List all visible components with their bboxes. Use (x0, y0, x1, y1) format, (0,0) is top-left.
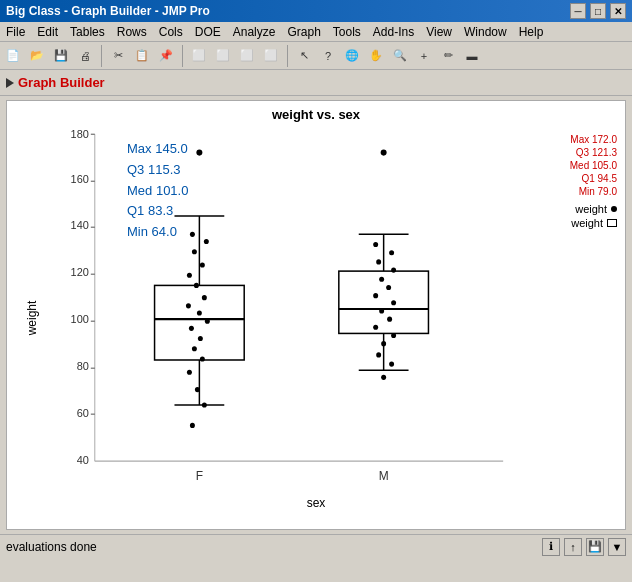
legend-min: Min 79.0 (579, 186, 617, 197)
svg-point-63 (381, 341, 386, 346)
svg-point-42 (202, 402, 207, 407)
title-text: Big Class - Graph Builder - JMP Pro (6, 4, 210, 18)
legend-dot-row: weight (570, 203, 617, 215)
toolbar-open[interactable]: 📂 (26, 45, 48, 67)
svg-point-59 (379, 308, 384, 313)
toolbar-more[interactable]: ▬ (461, 45, 483, 67)
menu-view[interactable]: View (420, 24, 458, 40)
toolbar-sep-2 (182, 45, 183, 67)
svg-point-43 (190, 423, 195, 428)
status-menu-button[interactable]: ▼ (608, 538, 626, 556)
toolbar-hand[interactable]: ✋ (365, 45, 387, 67)
svg-text:100: 100 (71, 313, 89, 325)
svg-text:60: 60 (77, 407, 89, 419)
menu-bar: File Edit Tables Rows Cols DOE Analyze G… (0, 22, 632, 42)
panel-title: Graph Builder (18, 75, 105, 90)
toolbar: 📄 📂 💾 🖨 ✂ 📋 📌 ⬜ ⬜ ⬜ ⬜ ↖ ? 🌐 ✋ 🔍 + ✏ ▬ (0, 42, 632, 70)
legend-q3: Q3 121.3 (576, 147, 617, 158)
status-right: ℹ ↑ 💾 ▼ (542, 538, 626, 556)
menu-window[interactable]: Window (458, 24, 513, 40)
toolbar-arrow[interactable]: ↖ (293, 45, 315, 67)
legend-med: Med 105.0 (570, 160, 617, 171)
svg-point-64 (376, 352, 381, 357)
toolbar-sep-3 (287, 45, 288, 67)
svg-point-37 (198, 336, 203, 341)
svg-point-51 (373, 242, 378, 247)
svg-point-31 (194, 283, 199, 288)
window-controls: ─ □ ✕ (570, 3, 626, 19)
status-up-button[interactable]: ↑ (564, 538, 582, 556)
toolbar-sep-1 (101, 45, 102, 67)
toolbar-new[interactable]: 📄 (2, 45, 24, 67)
legend-box-label: weight (571, 217, 603, 229)
toolbar-cut[interactable]: ✂ (107, 45, 129, 67)
toolbar-btn3[interactable]: ⬜ (236, 45, 258, 67)
x-axis-label: sex (307, 496, 326, 510)
svg-point-65 (389, 362, 394, 367)
close-button[interactable]: ✕ (610, 3, 626, 19)
svg-text:40: 40 (77, 454, 89, 466)
svg-point-35 (205, 319, 210, 324)
svg-point-25 (196, 150, 202, 156)
chart-title: weight vs. sex (7, 101, 625, 124)
maximize-button[interactable]: □ (590, 3, 606, 19)
svg-point-57 (373, 293, 378, 298)
svg-text:M: M (379, 468, 389, 482)
svg-point-56 (386, 285, 391, 290)
menu-file[interactable]: File (0, 24, 31, 40)
toolbar-pen[interactable]: ✏ (437, 45, 459, 67)
panel-collapse-button[interactable] (6, 78, 14, 88)
toolbar-copy[interactable]: 📋 (131, 45, 153, 67)
legend-max: Max 172.0 (570, 134, 617, 145)
toolbar-btn2[interactable]: ⬜ (212, 45, 234, 67)
menu-edit[interactable]: Edit (31, 24, 64, 40)
svg-point-26 (190, 232, 195, 237)
legend-q1: Q1 94.5 (581, 173, 617, 184)
chart-svg: 180 160 140 120 100 80 60 40 F M (45, 124, 543, 502)
toolbar-globe[interactable]: 🌐 (341, 45, 363, 67)
toolbar-save[interactable]: 💾 (50, 45, 72, 67)
menu-rows[interactable]: Rows (111, 24, 153, 40)
menu-analyze[interactable]: Analyze (227, 24, 282, 40)
svg-text:140: 140 (71, 219, 89, 231)
svg-point-41 (195, 387, 200, 392)
svg-text:160: 160 (71, 173, 89, 185)
status-save-button[interactable]: 💾 (586, 538, 604, 556)
legend-dot-icon (611, 206, 617, 212)
svg-point-28 (192, 249, 197, 254)
svg-text:120: 120 (71, 266, 89, 278)
panel-header: Graph Builder (0, 70, 632, 96)
toolbar-print[interactable]: 🖨 (74, 45, 96, 67)
svg-point-40 (187, 370, 192, 375)
menu-tables[interactable]: Tables (64, 24, 111, 40)
menu-doe[interactable]: DOE (189, 24, 227, 40)
menu-help[interactable]: Help (513, 24, 550, 40)
menu-addins[interactable]: Add-Ins (367, 24, 420, 40)
status-bar: evaluations done ℹ ↑ 💾 ▼ (0, 534, 632, 558)
toolbar-question[interactable]: ? (317, 45, 339, 67)
svg-text:80: 80 (77, 360, 89, 372)
svg-point-61 (373, 325, 378, 330)
toolbar-btn1[interactable]: ⬜ (188, 45, 210, 67)
toolbar-zoom[interactable]: 🔍 (389, 45, 411, 67)
toolbar-btn4[interactable]: ⬜ (260, 45, 282, 67)
legend-box-row: weight (570, 217, 617, 229)
svg-point-36 (189, 326, 194, 331)
svg-point-58 (391, 300, 396, 305)
status-info-button[interactable]: ℹ (542, 538, 560, 556)
minimize-button[interactable]: ─ (570, 3, 586, 19)
chart-inner: weight Max 145.0 Q3 115.3 Med 101.0 Q1 8… (7, 124, 625, 512)
svg-point-34 (197, 310, 202, 315)
svg-text:F: F (196, 468, 203, 482)
title-bar: Big Class - Graph Builder - JMP Pro ─ □ … (0, 0, 632, 22)
svg-point-53 (376, 259, 381, 264)
legend-dot-label: weight (575, 203, 607, 215)
toolbar-zoomin[interactable]: + (413, 45, 435, 67)
toolbar-paste[interactable]: 📌 (155, 45, 177, 67)
menu-graph[interactable]: Graph (281, 24, 326, 40)
y-axis-label: weight (25, 301, 39, 336)
legend-box-icon (607, 219, 617, 227)
svg-point-29 (200, 262, 205, 267)
menu-cols[interactable]: Cols (153, 24, 189, 40)
menu-tools[interactable]: Tools (327, 24, 367, 40)
